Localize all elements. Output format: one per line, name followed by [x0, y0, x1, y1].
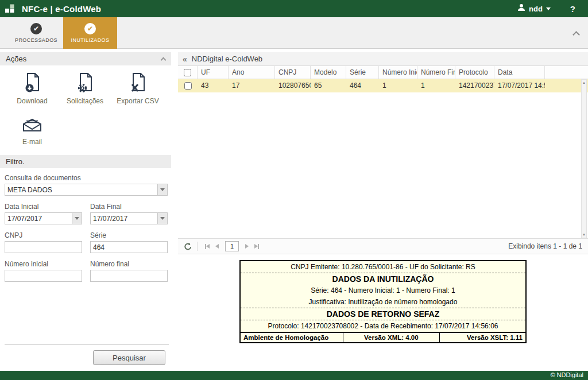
cell-ano: 17 — [229, 79, 275, 92]
chevron-down-icon[interactable] — [72, 213, 82, 224]
cnpj-input[interactable] — [5, 241, 82, 253]
tab-processados[interactable]: PROCESSADOS — [9, 17, 63, 49]
numero-inicial-input[interactable] — [5, 270, 82, 282]
cell-modelo: 65 — [311, 79, 346, 92]
main-panel: « NDDigital e-ColdWeb UF Ano CNPJ Modelo… — [178, 49, 588, 371]
status-bar: © NDDigital — [0, 371, 588, 380]
tab-inutilizados[interactable]: INUTILIZADOS — [63, 17, 117, 49]
page-number-input[interactable] — [225, 241, 239, 251]
data-final-picker — [90, 212, 168, 224]
cell-serie: 464 — [346, 79, 379, 92]
row-checkbox[interactable] — [184, 82, 192, 90]
select-all-checkbox[interactable] — [184, 69, 191, 76]
data-inicial-label: Data Inicial — [5, 203, 82, 211]
ndd-logo-icon — [5, 3, 16, 14]
chevron-down-icon[interactable] — [157, 184, 167, 195]
divider — [197, 242, 198, 251]
tab-label: INUTILIZADOS — [71, 37, 110, 43]
last-page-button[interactable] — [254, 244, 259, 249]
chevron-down-icon[interactable] — [157, 213, 167, 224]
cnpj-label: CNPJ — [5, 231, 82, 239]
panel-title: NDDigital e-ColdWeb — [192, 55, 262, 63]
vertical-scrollbar[interactable]: ▲ ▼ — [581, 79, 587, 238]
top-bar: NFC-e | e-ColdWeb ndd ? — [0, 0, 588, 17]
user-menu[interactable]: ndd — [517, 3, 551, 14]
versao-xslt-label: Versão XSLT: 1.11 — [440, 333, 525, 342]
exportar-csv-button[interactable]: Exportar CSV — [111, 72, 164, 105]
table-row[interactable]: 43 17 10280765000186 65 464 1 1 14217002… — [178, 79, 588, 92]
data-final-label: Data Final — [90, 203, 168, 211]
download-document-icon — [21, 72, 43, 94]
pagination-bar: Exibindo itens 1 - 1 de 1 — [178, 238, 588, 254]
pesquisar-button[interactable]: Pesquisar — [93, 350, 165, 365]
cell-data: 17/07/2017 14:56:06 — [494, 79, 545, 92]
tab-label: PROCESSADOS — [15, 37, 57, 43]
filter-form: Consulta de documentos META DADOS Data I… — [0, 168, 171, 282]
export-csv-icon — [127, 72, 149, 94]
panel-header: « NDDigital e-ColdWeb — [178, 52, 588, 66]
column-header-modelo[interactable]: Modelo — [311, 66, 346, 79]
column-header-numero-final[interactable]: Número Final — [417, 66, 455, 79]
data-final-input[interactable] — [91, 213, 157, 224]
refresh-icon[interactable] — [184, 242, 192, 251]
serie-input[interactable] — [90, 241, 168, 253]
pagination-status: Exibindo itens 1 - 1 de 1 — [262, 242, 582, 250]
app-title: NFC-e | e-ColdWeb — [22, 4, 101, 14]
email-button[interactable]: E-mail — [6, 113, 59, 146]
column-header-data[interactable]: Data — [494, 66, 545, 79]
copyright-text: © NDDigital — [550, 371, 583, 378]
check-circle-icon — [84, 23, 96, 34]
data-inicial-input[interactable] — [5, 213, 72, 224]
consulta-select[interactable]: META DADOS — [5, 184, 168, 196]
numero-inicial-label: Número inicial — [5, 260, 82, 268]
application-window: NFC-e | e-ColdWeb ndd ? PROCESSADOS — [0, 0, 588, 380]
previous-page-button[interactable] — [215, 244, 219, 249]
column-header-protocolo[interactable]: Protocolo — [455, 66, 494, 79]
emitente-line: CNPJ Emitente: 10.280.765/0001-86 - UF d… — [241, 261, 525, 273]
scroll-up-icon[interactable]: ▲ — [582, 80, 586, 86]
toolbar: PROCESSADOS INUTILIZADOS — [0, 17, 588, 49]
cell-uf: 43 — [198, 79, 229, 92]
column-header-filler — [545, 66, 588, 79]
scroll-down-icon[interactable]: ▼ — [582, 232, 586, 238]
filter-section-header: Filtro. — [0, 155, 171, 168]
serie-label: Série — [90, 231, 168, 239]
table-header-row: UF Ano CNPJ Modelo Série Número Inicial … — [178, 66, 588, 79]
action-label: Solicitações — [67, 97, 103, 105]
protocolo-line: Protocolo: 142170023708002 - Data de Rec… — [241, 320, 525, 332]
email-icon — [21, 113, 43, 135]
numero-final-input[interactable] — [90, 270, 168, 282]
solicitacoes-button[interactable]: Solicitações — [59, 72, 111, 105]
column-header-cnpj[interactable]: CNPJ — [275, 66, 311, 79]
first-page-button[interactable] — [205, 244, 210, 249]
consulta-label: Consulta de documentos — [5, 174, 167, 182]
collapse-actions-icon[interactable] — [161, 57, 167, 63]
consulta-selected-value: META DADOS — [5, 184, 157, 195]
column-header-ano[interactable]: Ano — [229, 66, 275, 79]
inutilizacao-title: DADOS DA INUTILIZAÇÃO — [241, 273, 525, 285]
cell-protocolo: 142170023708002 — [455, 79, 494, 92]
actions-title: Ações — [6, 55, 26, 63]
help-button[interactable]: ? — [570, 4, 575, 14]
user-name: ndd — [529, 5, 543, 13]
cell-cnpj: 10280765000186 — [275, 79, 311, 92]
column-header-uf[interactable]: UF — [198, 66, 229, 79]
action-label: E-mail — [22, 138, 42, 146]
retorno-sefaz-title: DADOS DE RETORNO SEFAZ — [241, 308, 525, 320]
column-header-serie[interactable]: Série — [346, 66, 379, 79]
next-page-button[interactable] — [245, 244, 249, 249]
collapse-toolbar-icon[interactable] — [572, 31, 580, 38]
download-button[interactable]: Download — [6, 72, 59, 105]
actions-section-header: Ações — [0, 52, 171, 65]
justificativa-line: Justificativa: Inutilização de número ho… — [241, 296, 525, 308]
collapse-sidebar-icon[interactable]: « — [183, 55, 187, 64]
column-header-numero-inicial[interactable]: Número Inicial — [379, 66, 417, 79]
versao-xml-label: Versão XML: 4.00 — [343, 333, 440, 342]
action-label: Exportar CSV — [117, 97, 158, 105]
row-select-cell — [178, 79, 198, 92]
inutilizacao-detail-box: CNPJ Emitente: 10.280.765/0001-86 - UF d… — [239, 260, 527, 343]
requests-document-icon — [74, 72, 96, 94]
cell-numero-inicial: 1 — [379, 79, 417, 92]
tab-strip: PROCESSADOS INUTILIZADOS — [9, 17, 117, 48]
check-circle-icon — [30, 23, 42, 34]
